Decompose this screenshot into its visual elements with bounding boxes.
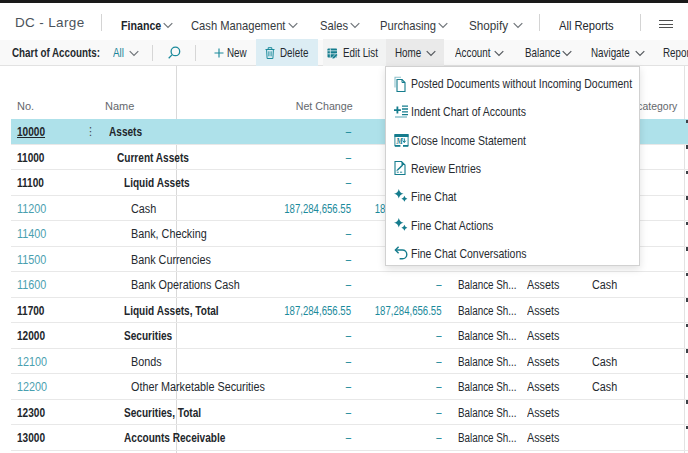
svg-text:M: M	[395, 136, 403, 145]
